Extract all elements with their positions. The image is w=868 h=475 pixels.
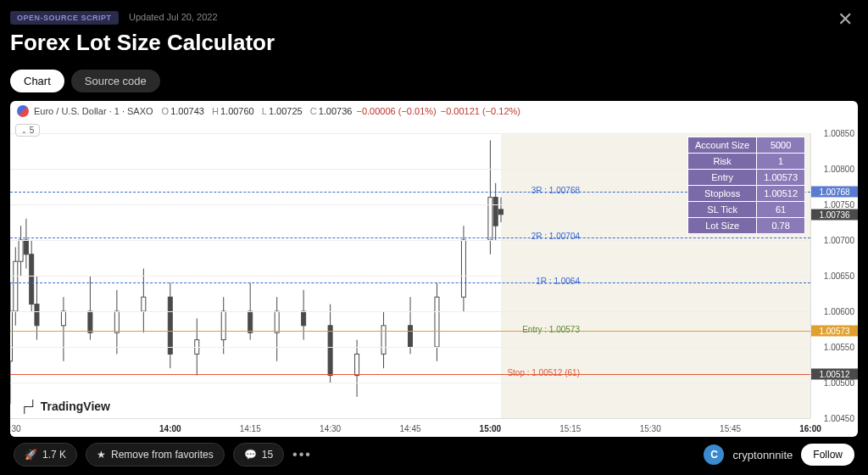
calc-key: Account Size: [688, 137, 757, 154]
symbol-icon: [17, 105, 29, 117]
tab-chart[interactable]: Chart: [10, 70, 64, 92]
calc-val: 1.00512: [757, 186, 805, 202]
calc-val: 0.78: [757, 218, 805, 234]
author-name[interactable]: cryptonnnite: [732, 449, 793, 461]
x-tick: 14:15: [240, 424, 261, 433]
x-tick: 13:30: [10, 424, 21, 433]
level-label: Entry : 1.00573: [520, 325, 581, 334]
x-tick: 15:30: [640, 424, 661, 433]
more-menu-icon[interactable]: •••: [292, 447, 312, 462]
x-tick: 14:00: [159, 424, 181, 433]
open-source-badge: OPEN-SOURCE SCRIPT: [10, 11, 119, 25]
calc-val: 5000: [757, 137, 805, 154]
svg-rect-15: [88, 311, 92, 332]
calc-val: 1: [757, 154, 805, 170]
svg-rect-31: [302, 311, 306, 326]
calc-key: Lot Size: [688, 218, 757, 234]
level-label: 2R : 1.00704: [530, 232, 581, 241]
follow-button[interactable]: Follow: [801, 444, 854, 466]
price-tag: 1.00512: [811, 368, 858, 379]
chart-container: Euro / U.S. Dollar · 1 · SAXO O1.00743 H…: [10, 101, 858, 437]
y-tick: 1.00550: [824, 343, 854, 352]
y-tick: 1.00600: [824, 307, 854, 316]
calc-key: SL Tick: [688, 202, 757, 218]
svg-rect-35: [355, 354, 359, 375]
x-tick: 15:15: [559, 424, 581, 433]
y-tick: 1.00700: [824, 236, 854, 245]
ohlc-readout: O1.00743 H1.00760 L1.00725 C1.00736 −0.0…: [159, 106, 522, 116]
svg-rect-27: [248, 311, 253, 332]
calculator-table: Account Size5000Risk1Entry1.00573Stoplos…: [687, 137, 805, 234]
x-tick: 14:45: [399, 424, 420, 433]
calc-key: Entry: [688, 170, 757, 186]
price-tag: 1.00573: [811, 325, 858, 336]
svg-rect-33: [328, 326, 332, 376]
svg-rect-13: [61, 311, 65, 326]
y-tick: 1.00800: [824, 165, 854, 174]
boost-button[interactable]: 🚀 1.7 K: [14, 443, 77, 467]
svg-rect-49: [498, 210, 503, 215]
svg-rect-47: [493, 198, 498, 226]
author-avatar[interactable]: C: [704, 444, 724, 465]
favorite-button[interactable]: ★ Remove from favorites: [86, 443, 225, 467]
page-title: Forex Lot Size Calculator: [10, 30, 858, 56]
level-label: Stop : 1.00512 (61): [505, 368, 581, 377]
price-tag: 1.00768: [811, 186, 858, 197]
calc-key: Stoploss: [688, 186, 757, 202]
svg-rect-11: [35, 305, 39, 326]
rocket-icon: 🚀: [25, 449, 37, 461]
x-tick: 14:30: [320, 424, 341, 433]
svg-rect-19: [142, 297, 146, 311]
calc-val: 61: [757, 202, 805, 218]
svg-rect-9: [30, 254, 34, 305]
tradingview-logo: ┌┘ TradingView: [20, 400, 110, 413]
svg-rect-25: [221, 311, 225, 340]
svg-rect-5: [19, 240, 23, 261]
updated-date: Updated Jul 20, 2022: [129, 12, 218, 22]
calc-key: Risk: [688, 154, 757, 170]
tab-source-code[interactable]: Source code: [71, 70, 160, 92]
svg-rect-21: [168, 297, 172, 354]
svg-rect-3: [14, 261, 18, 311]
y-tick: 1.00650: [824, 271, 854, 281]
svg-rect-43: [461, 240, 465, 297]
svg-rect-17: [114, 311, 119, 332]
level-label: 1R : 1.0064: [534, 277, 581, 286]
x-tick: 16:00: [799, 424, 821, 433]
level-label: 3R : 1.00768: [530, 186, 581, 195]
symbol-name[interactable]: Euro / U.S. Dollar · 1 · SAXO: [34, 106, 153, 116]
svg-rect-1: [10, 311, 13, 361]
x-tick: 15:45: [720, 424, 741, 433]
svg-rect-29: [275, 311, 279, 332]
y-tick: 1.00750: [824, 200, 854, 210]
svg-rect-7: [24, 240, 28, 254]
price-tag: 1.00736: [811, 209, 858, 220]
comments-button[interactable]: 💬 15: [233, 443, 284, 467]
y-tick: 1.00850: [824, 129, 854, 138]
price-axis[interactable]: 1.008501.008001.007501.007001.006501.006…: [810, 133, 858, 418]
comment-icon: 💬: [244, 449, 257, 461]
y-tick: 1.00450: [824, 414, 854, 423]
x-tick: 15:00: [480, 424, 502, 433]
star-icon: ★: [97, 449, 106, 461]
svg-rect-39: [409, 326, 413, 347]
calc-val: 1.00573: [757, 170, 805, 186]
close-icon[interactable]: ✕: [837, 8, 853, 31]
svg-rect-41: [435, 297, 439, 347]
